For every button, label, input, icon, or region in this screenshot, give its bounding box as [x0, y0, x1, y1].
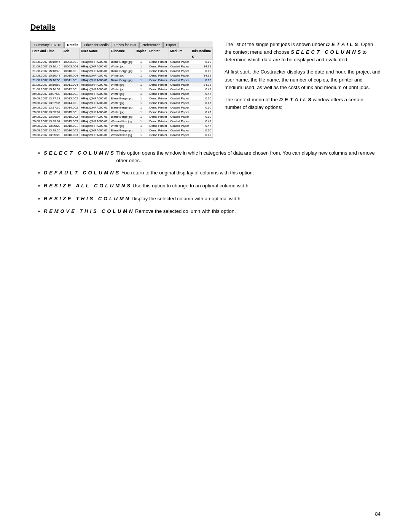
- table-cell: HRajc@HRAJIC-01: [80, 119, 110, 124]
- table-row: 29.08.2007 13:39:0710015.001HRajc@HRAJIC…: [31, 110, 213, 115]
- table-row: 21.08.2007 15:16:5010011.001HRajc@HRAJIC…: [31, 78, 213, 83]
- select-columns-keyword: S E L E C T C O L U M N S: [291, 49, 361, 55]
- table-cell: 21.08.2007 15:16:48: [31, 69, 62, 73]
- table-cell: 10015.001: [62, 110, 80, 115]
- table-cell: Winter.jpg: [110, 110, 134, 115]
- table-cell: 1: [134, 119, 148, 124]
- table-cell: Blaue Berge.jpg: [110, 69, 134, 73]
- table-cell: Coated Paper: [169, 133, 191, 137]
- table-cell: 10013.002: [62, 96, 80, 101]
- content-layout: Summary: 107.16 Details Prices for Media…: [30, 41, 381, 138]
- table-cell: Demo Printer: [148, 105, 169, 110]
- table-cell: 10015.003: [62, 119, 80, 124]
- table-cell: 1: [134, 110, 148, 115]
- table-cell: Demo Printer: [148, 128, 169, 133]
- table-cell: 10003.004: [62, 64, 80, 69]
- table-cell: 10010.001: [62, 69, 80, 73]
- table-row: 21.08.2007 15:16:5210012.001HRajc@HRAJIC…: [31, 87, 213, 92]
- table-cell: 10014.001: [62, 101, 80, 105]
- list-item-resize-this: R E S I Z E T H I S C O L U M N Display …: [30, 195, 381, 203]
- data-table: Date and Time Job User Name Filename Cop…: [31, 48, 213, 137]
- table-cell: 29.08.2007 13:37:33: [31, 92, 62, 96]
- table-cell: Demo Printer: [148, 87, 169, 92]
- tab-preferences[interactable]: Preferences: [139, 42, 163, 48]
- table-cell: 29.08.2007 13:37:36: [31, 105, 62, 110]
- table-cell: HRajc@HRAJIC-01: [80, 92, 110, 96]
- table-cell: 10013.001: [62, 92, 80, 96]
- col-datetime-sub: [31, 54, 62, 60]
- table-cell: 10012.001: [62, 87, 80, 92]
- table-cell: 10016.002: [62, 128, 80, 133]
- table-cell: Coated Paper: [169, 92, 191, 96]
- table-cell: HRajc@HRAJIC-01: [80, 83, 110, 87]
- table-cell: 29.08.2007 13:39:07: [31, 115, 62, 119]
- table-cell: Coated Paper: [169, 78, 191, 83]
- list-item-remove-this: R E M O V E T H I S C O L U M N Remove t…: [30, 208, 381, 216]
- table-cell: Demo Printer: [148, 110, 169, 115]
- table-cell: Winter.jpg: [110, 73, 134, 78]
- remove-this-column-text: Remove the selected co lumn with this op…: [135, 208, 236, 215]
- table-cell: Blaue Berge.jpg: [110, 96, 134, 101]
- table-cell: 1: [134, 133, 148, 137]
- table-cell: 29.08.2007 13:39:20: [31, 133, 62, 137]
- right-para1: The list of the single print jobs is sho…: [225, 41, 381, 64]
- col-datetime: Date and Time: [31, 48, 62, 54]
- select-columns-text: This option opens the window in whic h c…: [116, 149, 381, 165]
- tab-prices-inks[interactable]: Prices for Inks: [112, 42, 139, 48]
- table-cell: Blaue Berge.jpg: [110, 115, 134, 119]
- tab-prices-media[interactable]: Prices for Media: [81, 42, 112, 48]
- table-cell: 1: [134, 115, 148, 119]
- table-cell: 1: [134, 105, 148, 110]
- table-cell: Winter.jpg: [110, 64, 134, 69]
- table-row: 29.08.2007 13:37:3610014.001HRajc@HRAJIC…: [31, 101, 213, 105]
- table-cell: Blaue Berge.jpg: [110, 60, 134, 64]
- table-row: 29.08.2007 13:37:3310013.002HRajc@HRAJIC…: [31, 96, 213, 101]
- table-cell: 34.38: [191, 83, 212, 87]
- table-cell: Demo Printer: [148, 119, 169, 124]
- table-cell: Coated Paper: [169, 64, 191, 69]
- table-cell: 29.08.2007 13:39:20: [31, 128, 62, 133]
- table-row: 21.08.2007 15:16:4810010.001HRajc@HRAJIC…: [31, 69, 213, 73]
- table-cell: 1: [134, 128, 148, 133]
- col-username-sub: [80, 54, 110, 60]
- table-cell: HRajc@HRAJIC-01: [80, 105, 110, 110]
- table-container: Summary: 107.16 Details Prices for Media…: [30, 41, 213, 138]
- resize-this-column-text: Display the selected column with an opti…: [132, 195, 242, 203]
- remove-this-column-label: R E M O V E T H I S C O L U M N: [44, 208, 133, 215]
- list-item-default-columns: D E F A U L T C O L U M N S You return t…: [30, 169, 381, 177]
- resize-all-columns-text: Use this option to change to an optimal …: [133, 182, 250, 190]
- table-cell: Coated Paper: [169, 83, 191, 87]
- table-cell: Winter.jpg: [110, 87, 134, 92]
- tab-details[interactable]: Details: [64, 42, 81, 48]
- table-cell: 1: [134, 96, 148, 101]
- table-cell: Coated Paper: [169, 105, 191, 110]
- table-row: 21.08.2007 15:16:4510003.004HRajc@HRAJIC…: [31, 64, 213, 69]
- table-header-row: Date and Time Job User Name Filename Cop…: [31, 48, 213, 54]
- col-copies-sub: [134, 54, 148, 60]
- table-cell: 1: [134, 124, 148, 128]
- table-cell: 0.47: [191, 124, 212, 128]
- col-printer: Printer: [148, 48, 169, 54]
- right-para3: The context menu of the D E T A I L S wi…: [225, 96, 381, 111]
- table-cell: Coated Paper: [169, 119, 191, 124]
- table-cell: Coated Paper: [169, 101, 191, 105]
- table-cell: 0.10: [191, 60, 212, 64]
- table-cell: 10014.002: [62, 105, 80, 110]
- table-row: 29.08.2007 13:39:0710015.002HRajc@HRAJIC…: [31, 115, 213, 119]
- table-cell: Demo Printer: [148, 78, 169, 83]
- col-printer-sub: [148, 54, 169, 60]
- table-cell: Winter.jpg: [110, 124, 134, 128]
- table-cell: Coated Paper: [169, 128, 191, 133]
- table-cell: HRajc@HRAJIC-01: [80, 110, 110, 115]
- table-cell: Demo Printer: [148, 60, 169, 64]
- table-row: 29.08.2007 13:39:2010016.003HRajc@HRAJIC…: [31, 133, 213, 137]
- table-cell: 21.08.2007 15:16:52: [31, 83, 62, 87]
- table-cell: 29.08.2007 13:37:33: [31, 96, 62, 101]
- table-cell: Demo Printer: [148, 92, 169, 96]
- list-item-select-columns: S E L E C T C O L U M N S This option op…: [30, 149, 381, 165]
- tab-export[interactable]: Export: [163, 42, 178, 48]
- col-medium-sub: [169, 54, 191, 60]
- section-title: Details: [30, 23, 381, 32]
- tab-summary[interactable]: Summary: 107.16: [32, 42, 64, 48]
- resize-all-columns-label: R E S I Z E A L L C O L U M N S: [44, 182, 131, 190]
